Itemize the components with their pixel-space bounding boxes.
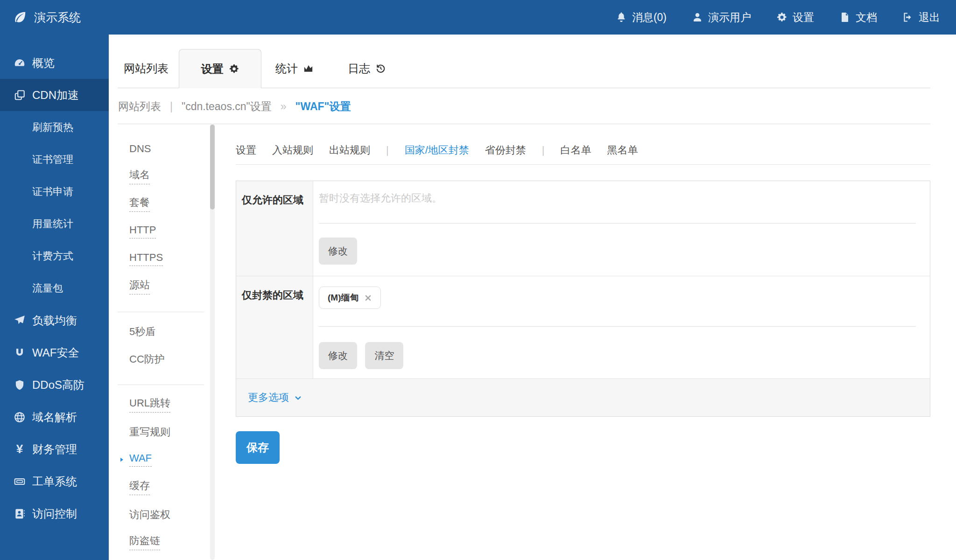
bell-icon	[616, 12, 627, 23]
blocked-modify-button[interactable]: 修改	[319, 342, 357, 369]
rule-tab-whitelist[interactable]: 白名单	[561, 143, 591, 157]
breadcrumb-separator: |	[170, 100, 173, 113]
sidebar-label: 财务管理	[32, 442, 77, 457]
tab-site-list[interactable]: 网站列表	[124, 49, 169, 88]
settings-nav-domain[interactable]: 域名	[118, 162, 204, 190]
rule-tab-outbound[interactable]: 出站规则	[329, 143, 370, 157]
save-button[interactable]: 保存	[236, 431, 280, 464]
rule-tab-settings[interactable]: 设置	[236, 143, 256, 157]
sidebar-item-load-balance[interactable]: 负载均衡	[0, 304, 109, 336]
settings-nav-origin[interactable]: 源站	[118, 273, 204, 300]
sidebar-label: 工单系统	[32, 474, 77, 489]
sidebar-subitem-billing[interactable]: 计费方式	[0, 240, 109, 272]
settings-nav-rewrite[interactable]: 重写规则	[118, 418, 204, 446]
brand-logo[interactable]: 演示系统	[13, 10, 81, 25]
caret-right-icon	[119, 456, 125, 463]
nav-label: 防盗链	[129, 534, 160, 550]
breadcrumb-domain-settings[interactable]: "cdn.teaos.cn"设置	[182, 99, 272, 114]
breadcrumb-site-list[interactable]: 网站列表	[118, 99, 161, 114]
sidebar-item-access-control[interactable]: 访问控制	[0, 497, 109, 530]
tab-logs[interactable]: 日志	[348, 49, 386, 88]
remove-tag-icon[interactable]	[364, 294, 372, 302]
settings-nav-cache[interactable]: 缓存	[118, 473, 204, 501]
more-options-link[interactable]: 更多选项	[248, 391, 302, 405]
settings-nav-cc[interactable]: CC防护	[118, 345, 204, 373]
messages-label: 消息(0)	[632, 10, 667, 25]
user-icon	[692, 12, 703, 23]
sidebar-label: 访问控制	[32, 506, 77, 521]
more-options-row: 更多选项	[236, 378, 930, 416]
sidebar-subitem-traffic-pack[interactable]: 流量包	[0, 272, 109, 304]
rule-tab-inbound[interactable]: 入站规则	[272, 143, 313, 157]
sidebar-item-tickets[interactable]: 工单系统	[0, 465, 109, 497]
globe-icon	[14, 411, 26, 423]
chevron-down-icon	[294, 393, 302, 402]
sidebar-subitem-usage[interactable]: 用量统计	[0, 208, 109, 240]
sidebar-subitem-cert-apply[interactable]: 证书申请	[0, 175, 109, 208]
sidebar-item-overview[interactable]: 概览	[0, 47, 109, 79]
sidebar-item-cdn[interactable]: CDN加速	[0, 79, 109, 111]
messages-menu-item[interactable]: 消息(0)	[616, 10, 667, 25]
leaf-icon	[13, 10, 27, 24]
rule-tab-country-block[interactable]: 国家/地区封禁	[405, 143, 469, 157]
scrollbar-thumb[interactable]	[210, 125, 215, 210]
breadcrumb-current-waf[interactable]: "WAF"设置	[295, 99, 351, 114]
paper-plane-icon	[14, 315, 26, 327]
blocked-clear-button[interactable]: 清空	[365, 342, 403, 369]
sidebar-label: 概览	[32, 56, 55, 70]
region-block-form: 仅允许的区域 暂时没有选择允许的区域。 修改 仅封禁的区域 (M)缅甸	[236, 181, 930, 417]
settings-nav-url-redirect[interactable]: URL跳转	[118, 391, 204, 418]
logout-menu-item[interactable]: 退出	[902, 10, 940, 25]
sidebar-item-waf[interactable]: WAF安全	[0, 336, 109, 369]
screen: 演示系统 消息(0) 演示用户 设置 文档 退出	[0, 0, 956, 560]
nav-label: HTTP	[129, 224, 156, 238]
allowed-regions-value: 暂时没有选择允许的区域。 修改	[313, 181, 930, 276]
tag-label: (M)缅甸	[328, 292, 358, 304]
settings-menu-item[interactable]: 设置	[776, 10, 814, 25]
settings-nav-http[interactable]: HTTP	[118, 217, 204, 245]
sidebar-item-finance[interactable]: ¥ 财务管理	[0, 433, 109, 465]
settings-nav-waf[interactable]: WAF	[118, 446, 204, 473]
nav-label: 套餐	[129, 196, 150, 212]
allowed-modify-button[interactable]: 修改	[319, 238, 357, 265]
tab-settings[interactable]: 设置	[179, 49, 261, 88]
docs-label: 文档	[856, 10, 877, 25]
sidebar-item-dns[interactable]: 域名解析	[0, 401, 109, 433]
nav-label: DNS	[129, 143, 151, 155]
nav-label: URL跳转	[129, 396, 170, 413]
tab-stats[interactable]: 统计	[275, 49, 314, 88]
settings-nav: DNS 域名 套餐 HTTP HTTPS 源站 5秒盾 CC防护 URL跳转 重…	[118, 135, 204, 556]
allowed-regions-placeholder: 暂时没有选择允许的区域。	[319, 181, 916, 205]
history-icon	[375, 63, 386, 74]
nav-label: 5秒盾	[129, 325, 155, 339]
tab-label: 统计	[275, 61, 298, 76]
nav-label: CC防护	[129, 352, 165, 366]
blocked-region-tag-myanmar[interactable]: (M)缅甸	[319, 287, 381, 309]
sidebar-label: DDoS高防	[32, 378, 84, 392]
waf-rule-tabs: 设置 入站规则 出站规则 | 国家/地区封禁 省份封禁 | 白名单 黑名单	[236, 141, 930, 160]
settings-nav-auth[interactable]: 访问鉴权	[118, 501, 204, 528]
rule-tab-blacklist[interactable]: 黑名单	[607, 143, 638, 157]
nav-group-divider	[118, 385, 204, 385]
settings-nav-5s-shield[interactable]: 5秒盾	[118, 318, 204, 345]
user-menu-item[interactable]: 演示用户	[692, 10, 751, 25]
settings-nav-hotlink[interactable]: 防盗链	[118, 528, 204, 556]
settings-label: 设置	[793, 10, 814, 25]
settings-nav-https[interactable]: HTTPS	[118, 245, 204, 273]
sidebar-subitem-refresh[interactable]: 刷新预热	[0, 111, 109, 143]
settings-nav-plan[interactable]: 套餐	[118, 190, 204, 217]
scrollbar-track[interactable]	[210, 124, 215, 560]
docs-menu-item[interactable]: 文档	[839, 10, 877, 25]
sidebar-subitem-cert-manage[interactable]: 证书管理	[0, 143, 109, 175]
main-sidebar: 概览 CDN加速 刷新预热 证书管理 证书申请 用量统计 计费方式 流量包 负载…	[0, 35, 109, 560]
nav-label: WAF	[129, 452, 152, 467]
rule-tab-separator: |	[386, 144, 389, 156]
settings-nav-dns[interactable]: DNS	[118, 135, 204, 162]
blocked-regions-label: 仅封禁的区域	[236, 276, 313, 378]
sidebar-item-ddos[interactable]: DDoS高防	[0, 369, 109, 401]
ticket-icon	[14, 476, 26, 488]
gear-icon	[229, 63, 239, 74]
nav-label: HTTPS	[129, 252, 163, 266]
rule-tab-province-block[interactable]: 省份封禁	[485, 143, 526, 157]
nav-label: 源站	[129, 278, 150, 294]
